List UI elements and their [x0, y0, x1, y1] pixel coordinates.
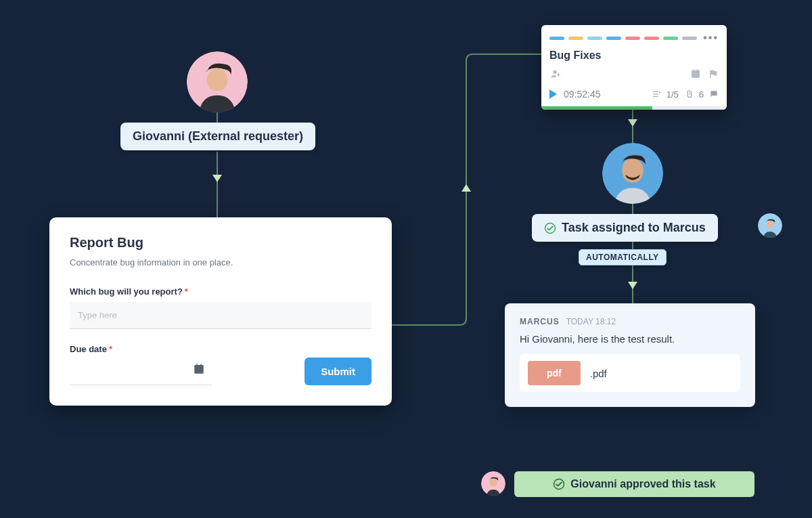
form-subtitle: Concentrate bug information in one place… [70, 257, 371, 267]
avatar-giovanni [187, 51, 248, 112]
avatar-side-small [758, 213, 782, 238]
arrowhead-icon [628, 119, 637, 127]
tag-pill [549, 37, 564, 40]
tag-row: ••• [541, 25, 727, 48]
check-circle-icon [553, 478, 565, 490]
tag-pill [568, 37, 583, 40]
file-type-badge: pdf [528, 361, 581, 385]
tag-pill [625, 37, 640, 40]
connector-line [217, 152, 218, 218]
due-date-input[interactable] [70, 360, 212, 385]
tag-pill [663, 37, 678, 40]
connector-line [632, 203, 633, 214]
requester-label-text: Giovanni (External requester) [133, 129, 303, 143]
tag-pill [587, 37, 602, 40]
field-label-bug: Which bug will you report?* [70, 286, 371, 297]
attachment-icon [684, 89, 694, 99]
tag-pill [682, 37, 697, 40]
requester-label: Giovanni (External requester) [120, 123, 315, 150]
tag-pill [644, 37, 659, 40]
comment-time: TODAY 18:12 [566, 317, 616, 326]
approved-bar: Giovanni approved this task [514, 471, 754, 497]
submit-button[interactable]: Submit [304, 358, 371, 385]
flag-icon[interactable] [708, 68, 719, 79]
attachment-row[interactable]: pdf .pdf [520, 354, 740, 392]
arrowhead-icon [461, 184, 471, 192]
check-circle-icon [544, 222, 556, 234]
calendar-icon[interactable] [690, 68, 701, 79]
task-timer: 09:52:45 [564, 89, 601, 100]
bug-description-input[interactable] [70, 302, 371, 329]
add-assignee-icon[interactable] [549, 68, 560, 79]
checklist-count: 1/5 [667, 89, 679, 100]
comment-message: Hi Giovanni, here is the test result. [520, 333, 740, 345]
checklist-icon [652, 89, 661, 99]
connector-line [217, 112, 218, 123]
comment-icon [709, 89, 719, 99]
assigned-label-text: Task assigned to Marcus [562, 221, 706, 235]
play-icon[interactable] [549, 89, 557, 99]
arrowhead-icon [628, 282, 637, 289]
attachment-count: 6 [699, 89, 704, 100]
form-card: Report Bug Concentrate bug information i… [49, 217, 392, 406]
file-extension: .pdf [590, 368, 607, 379]
task-title: Bug Fixes [541, 48, 727, 68]
calendar-icon [193, 363, 205, 375]
comment-card: MARCUS TODAY 18:12 Hi Giovanni, here is … [505, 303, 755, 407]
assigned-label: Task assigned to Marcus [532, 214, 718, 242]
avatar-marcus [602, 143, 663, 204]
comment-author: MARCUS [520, 317, 560, 326]
arrowhead-icon [212, 175, 222, 182]
task-card[interactable]: ••• Bug Fixes 09:52:45 1/5 6 [541, 25, 727, 110]
more-menu-icon[interactable]: ••• [703, 32, 719, 44]
automatically-badge: AUTOMATICALLY [579, 249, 667, 265]
connector-line [392, 54, 542, 329]
approved-text: Giovanni approved this task [570, 478, 715, 490]
form-title: Report Bug [70, 235, 371, 251]
field-label-due-date: Due date* [70, 344, 212, 354]
progress-bar [541, 106, 727, 110]
avatar-giovanni-small [481, 471, 505, 496]
tag-pill [606, 37, 621, 40]
